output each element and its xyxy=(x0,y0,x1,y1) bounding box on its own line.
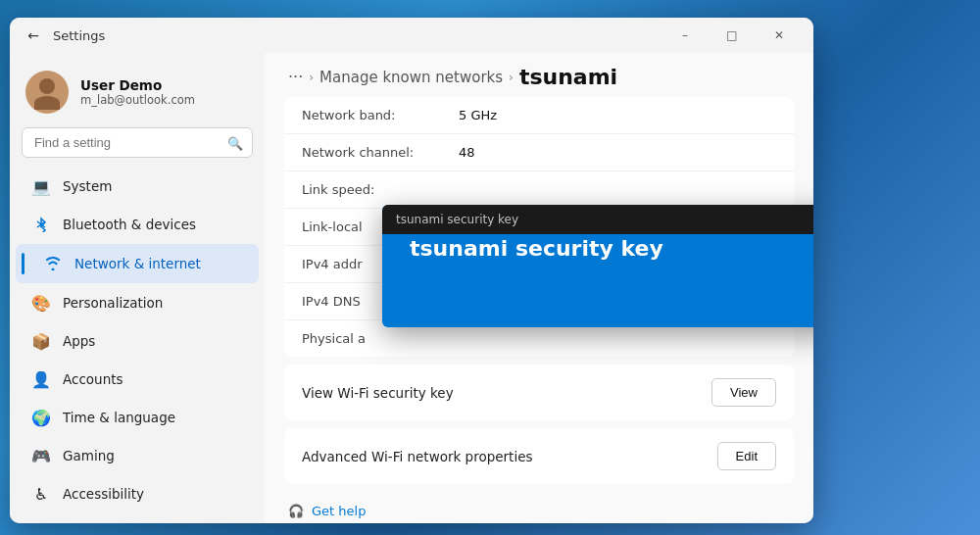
sidebar-item-label: Apps xyxy=(63,333,95,349)
window-controls: – □ ✕ xyxy=(662,20,802,51)
settings-window: ← Settings – □ ✕ User Demo m_lab@outlook… xyxy=(10,18,813,523)
dialog-title-bar: tsunami security key xyxy=(382,205,813,234)
time-icon: 🌍 xyxy=(31,408,51,427)
sidebar: User Demo m_lab@outlook.com 🔍 💻 System xyxy=(10,53,265,523)
network-icon xyxy=(43,254,63,273)
sidebar-item-label: Accessibility xyxy=(63,486,144,502)
window-title: Settings xyxy=(53,28,105,43)
sidebar-item-label: Network & internet xyxy=(74,256,201,271)
search-input[interactable] xyxy=(22,127,253,158)
sidebar-item-apps[interactable]: 📦 Apps xyxy=(16,322,259,360)
dialog-title-bar-text: tsunami security key xyxy=(396,213,518,226)
close-button[interactable]: ✕ xyxy=(757,20,802,51)
sidebar-item-personalization[interactable]: 🎨 Personalization xyxy=(16,284,259,321)
active-indicator xyxy=(22,253,24,274)
search-icon: 🔍 xyxy=(227,135,243,150)
sidebar-item-bluetooth[interactable]: Bluetooth & devices xyxy=(16,206,259,243)
user-info: User Demo m_lab@outlook.com xyxy=(80,77,195,107)
sidebar-item-label: Bluetooth & devices xyxy=(63,217,196,232)
sidebar-nav: 💻 System Bluetooth & devices xyxy=(10,168,265,512)
sidebar-item-label: Gaming xyxy=(63,448,115,463)
system-icon: 💻 xyxy=(31,176,51,196)
accessibility-icon: ♿ xyxy=(31,484,51,504)
title-bar: ← Settings – □ ✕ xyxy=(10,18,813,53)
security-key-dialog: tsunami security key tsunami security ke… xyxy=(382,205,813,327)
sidebar-item-label: System xyxy=(63,178,112,194)
sidebar-item-label: Accounts xyxy=(63,371,123,387)
dialog-content: tsunami security key xyxy=(410,236,813,261)
maximize-button[interactable]: □ xyxy=(710,20,755,51)
user-profile[interactable]: User Demo m_lab@outlook.com xyxy=(10,61,265,127)
main-area: User Demo m_lab@outlook.com 🔍 💻 System xyxy=(10,53,813,523)
dialog-overlay: tsunami security key tsunami security ke… xyxy=(265,53,813,523)
search-box: 🔍 xyxy=(22,127,253,158)
sidebar-item-label: Personalization xyxy=(63,295,163,311)
minimize-button[interactable]: – xyxy=(662,20,708,51)
avatar xyxy=(25,71,69,114)
sidebar-item-accounts[interactable]: 👤 Accounts xyxy=(16,361,259,398)
content-area: ··· › Manage known networks › tsunami Ne… xyxy=(265,53,813,523)
sidebar-item-label: Time & language xyxy=(63,410,175,425)
user-name: User Demo xyxy=(80,77,195,93)
sidebar-item-accessibility[interactable]: ♿ Accessibility xyxy=(16,475,259,512)
sidebar-item-gaming[interactable]: 🎮 Gaming xyxy=(16,437,259,474)
personalization-icon: 🎨 xyxy=(31,293,51,313)
sidebar-item-time[interactable]: 🌍 Time & language xyxy=(16,399,259,436)
back-button[interactable]: ← xyxy=(22,24,45,47)
gaming-icon: 🎮 xyxy=(31,446,51,465)
sidebar-item-network[interactable]: Network & internet xyxy=(16,244,259,283)
user-email: m_lab@outlook.com xyxy=(80,93,195,107)
bluetooth-icon xyxy=(31,215,51,234)
apps-icon: 📦 xyxy=(31,331,51,351)
dialog-heading: tsunami security key xyxy=(410,236,813,261)
accounts-icon: 👤 xyxy=(31,369,51,389)
sidebar-item-system[interactable]: 💻 System xyxy=(16,168,259,205)
